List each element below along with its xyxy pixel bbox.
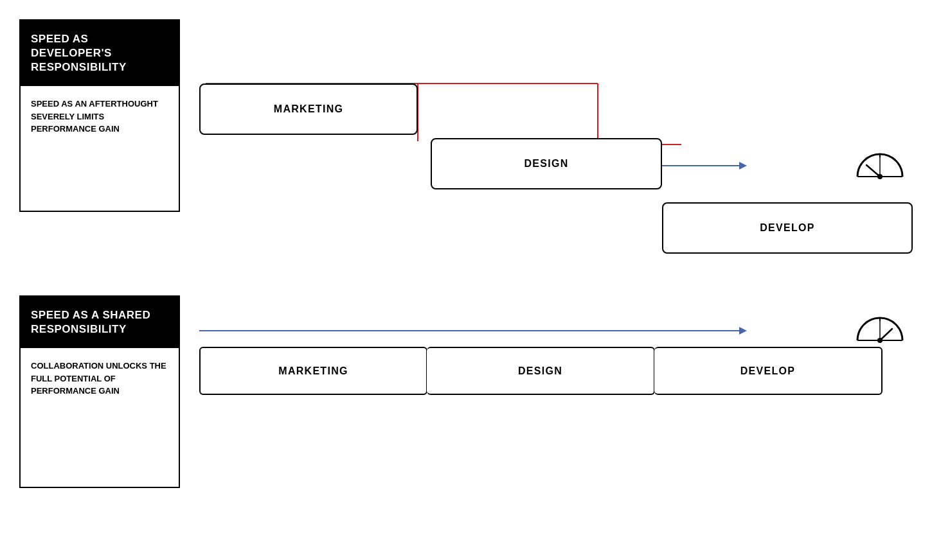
top-speedometer [851,138,909,189]
top-develop-box: DEVELOP [662,202,913,254]
section-top: SPEED AS DEVELOPER'S RESPONSIBILITY SPEE… [19,19,922,257]
bottom-speedometer [851,302,909,353]
top-card-header: SPEED AS DEVELOPER'S RESPONSIBILITY [21,21,179,86]
bottom-design-box: DESIGN [427,347,655,395]
bottom-marketing-box: MARKETING [199,347,427,395]
top-design-box: DESIGN [431,138,662,189]
svg-marker-4 [739,162,747,170]
svg-marker-13 [739,327,747,335]
bottom-card-header: SPEED AS A SHARED RESPONSIBILITY [21,297,179,348]
top-label-card: SPEED AS DEVELOPER'S RESPONSIBILITY SPEE… [19,19,180,212]
section-bottom: SPEED AS A SHARED RESPONSIBILITY COLLABO… [19,295,922,488]
bottom-diagram-area: MARKETING DESIGN DEVELOP [199,295,922,456]
top-marketing-box: MARKETING [199,83,418,135]
bottom-develop-box: DEVELOP [654,347,883,395]
main-container: SPEED AS DEVELOPER'S RESPONSIBILITY SPEE… [0,0,941,560]
top-diagram-area: MARKETING DESIGN DEVELOP [199,19,922,257]
bottom-card-body: COLLABORATION UNLOCKS THE FULL POTENTIAL… [21,348,179,409]
svg-line-9 [866,165,880,177]
top-card-body: SPEED AS AN AFTERTHOUGHT SEVERELY LIMITS… [21,86,179,147]
bottom-label-card: SPEED AS A SHARED RESPONSIBILITY COLLABO… [19,295,180,488]
